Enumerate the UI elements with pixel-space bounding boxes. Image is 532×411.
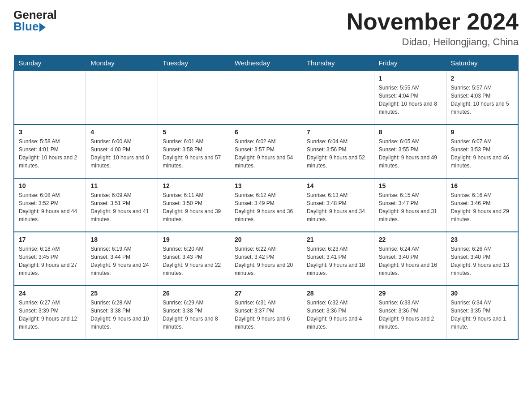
calendar-header-friday: Friday <box>374 56 446 71</box>
day-number: 19 <box>163 236 225 243</box>
day-info: Sunrise: 6:05 AMSunset: 3:55 PMDaylight:… <box>379 137 442 170</box>
day-number: 27 <box>235 290 297 297</box>
day-info: Sunrise: 6:34 AMSunset: 3:35 PMDaylight:… <box>451 299 513 331</box>
day-number: 26 <box>163 290 225 297</box>
calendar-day-cell: 15Sunrise: 6:15 AMSunset: 3:47 PMDayligh… <box>374 178 446 232</box>
calendar-week-row: 24Sunrise: 6:27 AMSunset: 3:39 PMDayligh… <box>14 286 518 339</box>
day-number: 18 <box>90 236 153 243</box>
day-info: Sunrise: 6:22 AMSunset: 3:42 PMDaylight:… <box>235 245 297 277</box>
day-info: Sunrise: 6:19 AMSunset: 3:44 PMDaylight:… <box>90 245 153 277</box>
day-number: 5 <box>163 128 225 136</box>
day-info: Sunrise: 6:13 AMSunset: 3:48 PMDaylight:… <box>307 191 369 223</box>
calendar-day-cell <box>230 71 302 124</box>
day-number: 7 <box>307 128 369 136</box>
day-info: Sunrise: 5:55 AMSunset: 4:04 PMDaylight:… <box>379 84 442 116</box>
calendar-header-wednesday: Wednesday <box>230 56 302 71</box>
day-number: 9 <box>451 128 513 136</box>
day-number: 20 <box>235 236 297 243</box>
calendar-day-cell: 12Sunrise: 6:11 AMSunset: 3:50 PMDayligh… <box>158 178 230 232</box>
day-number: 23 <box>451 236 513 243</box>
calendar-header-thursday: Thursday <box>302 56 374 71</box>
calendar-day-cell: 29Sunrise: 6:33 AMSunset: 3:36 PMDayligh… <box>374 286 446 339</box>
calendar-day-cell: 27Sunrise: 6:31 AMSunset: 3:37 PMDayligh… <box>230 286 302 339</box>
calendar-day-cell: 18Sunrise: 6:19 AMSunset: 3:44 PMDayligh… <box>86 232 158 286</box>
day-info: Sunrise: 6:01 AMSunset: 3:58 PMDaylight:… <box>163 137 225 170</box>
calendar-day-cell: 17Sunrise: 6:18 AMSunset: 3:45 PMDayligh… <box>14 232 86 286</box>
day-info: Sunrise: 6:33 AMSunset: 3:36 PMDaylight:… <box>379 299 442 331</box>
calendar-day-cell: 9Sunrise: 6:07 AMSunset: 3:53 PMDaylight… <box>446 124 518 178</box>
calendar-header-sunday: Sunday <box>14 56 86 71</box>
day-info: Sunrise: 6:29 AMSunset: 3:38 PMDaylight:… <box>163 299 225 331</box>
day-number: 14 <box>307 182 369 189</box>
calendar-day-cell <box>158 71 230 124</box>
calendar-day-cell: 25Sunrise: 6:28 AMSunset: 3:38 PMDayligh… <box>86 286 158 339</box>
calendar-day-cell <box>302 71 374 124</box>
day-number: 8 <box>379 128 442 136</box>
day-info: Sunrise: 6:09 AMSunset: 3:51 PMDaylight:… <box>90 191 153 223</box>
title-area: November 2024 Didao, Heilongjiang, China <box>347 9 519 48</box>
day-info: Sunrise: 6:23 AMSunset: 3:41 PMDaylight:… <box>307 245 369 277</box>
calendar-day-cell: 8Sunrise: 6:05 AMSunset: 3:55 PMDaylight… <box>374 124 446 178</box>
calendar-day-cell: 19Sunrise: 6:20 AMSunset: 3:43 PMDayligh… <box>158 232 230 286</box>
day-info: Sunrise: 6:28 AMSunset: 3:38 PMDaylight:… <box>90 299 153 331</box>
calendar-day-cell: 1Sunrise: 5:55 AMSunset: 4:04 PMDaylight… <box>374 71 446 124</box>
day-number: 29 <box>379 290 442 297</box>
day-number: 24 <box>19 290 81 297</box>
calendar-day-cell: 7Sunrise: 6:04 AMSunset: 3:56 PMDaylight… <box>302 124 374 178</box>
logo-blue-text: Blue <box>13 21 39 32</box>
day-number: 10 <box>19 182 81 189</box>
day-number: 30 <box>451 290 513 297</box>
day-number: 25 <box>90 290 153 297</box>
day-info: Sunrise: 6:32 AMSunset: 3:36 PMDaylight:… <box>307 299 369 331</box>
calendar-week-row: 17Sunrise: 6:18 AMSunset: 3:45 PMDayligh… <box>14 232 518 286</box>
day-number: 6 <box>235 128 297 136</box>
calendar-day-cell: 21Sunrise: 6:23 AMSunset: 3:41 PMDayligh… <box>302 232 374 286</box>
calendar-week-row: 1Sunrise: 5:55 AMSunset: 4:04 PMDaylight… <box>14 71 518 124</box>
logo-triangle-icon <box>39 23 46 32</box>
day-info: Sunrise: 6:04 AMSunset: 3:56 PMDaylight:… <box>307 137 369 170</box>
day-number: 12 <box>163 182 225 189</box>
day-number: 17 <box>19 236 81 243</box>
day-number: 3 <box>19 128 81 136</box>
calendar-day-cell: 30Sunrise: 6:34 AMSunset: 3:35 PMDayligh… <box>446 286 518 339</box>
day-info: Sunrise: 6:31 AMSunset: 3:37 PMDaylight:… <box>235 299 297 331</box>
day-info: Sunrise: 5:58 AMSunset: 4:01 PMDaylight:… <box>19 137 81 170</box>
calendar-header-saturday: Saturday <box>446 56 518 71</box>
month-title: November 2024 <box>347 9 519 34</box>
day-info: Sunrise: 6:24 AMSunset: 3:40 PMDaylight:… <box>379 245 442 277</box>
day-number: 2 <box>451 75 513 82</box>
day-number: 11 <box>90 182 153 189</box>
calendar-header-monday: Monday <box>86 56 158 71</box>
calendar-day-cell <box>86 71 158 124</box>
day-info: Sunrise: 6:00 AMSunset: 4:00 PMDaylight:… <box>90 137 153 170</box>
calendar-day-cell: 23Sunrise: 6:26 AMSunset: 3:40 PMDayligh… <box>446 232 518 286</box>
calendar-table: SundayMondayTuesdayWednesdayThursdayFrid… <box>13 55 519 340</box>
day-info: Sunrise: 5:57 AMSunset: 4:03 PMDaylight:… <box>451 84 513 116</box>
calendar-day-cell: 5Sunrise: 6:01 AMSunset: 3:58 PMDaylight… <box>158 124 230 178</box>
day-info: Sunrise: 6:20 AMSunset: 3:43 PMDaylight:… <box>163 245 225 277</box>
logo: General Blue <box>13 9 57 32</box>
day-info: Sunrise: 6:12 AMSunset: 3:49 PMDaylight:… <box>235 191 297 223</box>
day-info: Sunrise: 6:02 AMSunset: 3:57 PMDaylight:… <box>235 137 297 170</box>
day-info: Sunrise: 6:07 AMSunset: 3:53 PMDaylight:… <box>451 137 513 170</box>
day-number: 21 <box>307 236 369 243</box>
day-number: 28 <box>307 290 369 297</box>
calendar-week-row: 3Sunrise: 5:58 AMSunset: 4:01 PMDaylight… <box>14 124 518 178</box>
calendar-day-cell: 10Sunrise: 6:08 AMSunset: 3:52 PMDayligh… <box>14 178 86 232</box>
day-info: Sunrise: 6:08 AMSunset: 3:52 PMDaylight:… <box>19 191 81 223</box>
calendar-header-row: SundayMondayTuesdayWednesdayThursdayFrid… <box>14 56 518 71</box>
calendar-header-tuesday: Tuesday <box>158 56 230 71</box>
calendar-day-cell: 20Sunrise: 6:22 AMSunset: 3:42 PMDayligh… <box>230 232 302 286</box>
calendar-day-cell: 16Sunrise: 6:16 AMSunset: 3:46 PMDayligh… <box>446 178 518 232</box>
calendar-day-cell: 6Sunrise: 6:02 AMSunset: 3:57 PMDaylight… <box>230 124 302 178</box>
calendar-day-cell: 11Sunrise: 6:09 AMSunset: 3:51 PMDayligh… <box>86 178 158 232</box>
header: General Blue November 2024 Didao, Heilon… <box>13 9 519 48</box>
day-info: Sunrise: 6:18 AMSunset: 3:45 PMDaylight:… <box>19 245 81 277</box>
calendar-day-cell: 22Sunrise: 6:24 AMSunset: 3:40 PMDayligh… <box>374 232 446 286</box>
day-number: 1 <box>379 75 442 82</box>
calendar-day-cell: 2Sunrise: 5:57 AMSunset: 4:03 PMDaylight… <box>446 71 518 124</box>
day-number: 16 <box>451 182 513 189</box>
calendar-week-row: 10Sunrise: 6:08 AMSunset: 3:52 PMDayligh… <box>14 178 518 232</box>
day-number: 15 <box>379 182 442 189</box>
day-number: 4 <box>90 128 153 136</box>
